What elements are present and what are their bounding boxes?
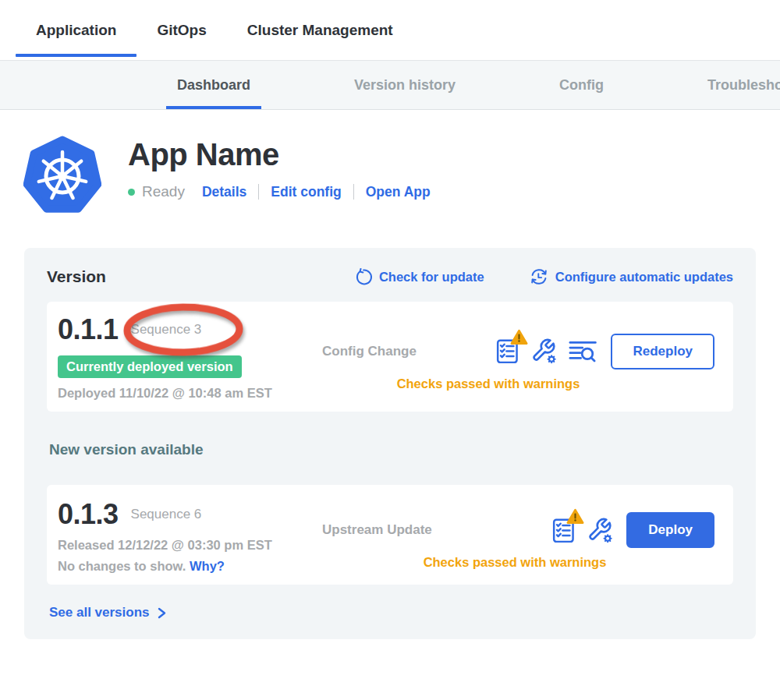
refresh-icon: [354, 268, 372, 286]
available-version-sequence: Sequence 6: [131, 496, 202, 533]
check-for-update-label: Check for update: [379, 270, 484, 285]
configure-automatic-updates-label: Configure automatic updates: [555, 270, 733, 285]
preflight-status-text: Checks passed with warnings: [320, 555, 714, 570]
status-text: Ready: [142, 183, 185, 200]
tab-dashboard[interactable]: Dashboard: [166, 61, 261, 109]
see-all-versions-label: See all versions: [49, 605, 150, 620]
edit-config-link[interactable]: Edit config: [271, 184, 341, 200]
current-version-number: 0.1.1: [58, 311, 119, 348]
deploy-button[interactable]: Deploy: [626, 512, 714, 548]
diff-summary: No changes to show. Why?: [58, 559, 320, 574]
redeploy-button[interactable]: Redeploy: [611, 334, 714, 369]
edit-config-wrench-icon[interactable]: [587, 517, 614, 544]
version-source-label: Upstream Update: [322, 522, 432, 538]
tab-version-history[interactable]: Version history: [343, 61, 466, 109]
available-version-number: 0.1.3: [58, 496, 119, 533]
tab-troubleshoot[interactable]: Troubleshoot: [697, 61, 780, 109]
preflight-checks-icon[interactable]: [551, 516, 576, 545]
released-timestamp: Released 12/12/22 @ 03:30 pm EST: [58, 538, 320, 553]
divider: [353, 184, 354, 200]
see-all-versions-link[interactable]: See all versions: [49, 605, 733, 620]
version-source-label: Config Change: [322, 344, 417, 359]
preflight-status-text: Checks passed with warnings: [320, 377, 714, 391]
deployed-timestamp: Deployed 11/10/22 @ 10:48 am EST: [58, 386, 320, 401]
status-dot-icon: [128, 189, 135, 196]
why-link[interactable]: Why?: [190, 559, 225, 573]
tab-cluster-management[interactable]: Cluster Management: [227, 0, 413, 60]
divider: [258, 184, 259, 200]
warning-triangle-icon: [566, 508, 584, 525]
sub-nav: Dashboard Version history Config Trouble…: [0, 60, 780, 110]
tab-application[interactable]: Application: [16, 0, 136, 60]
app-header: App Name Ready Details Edit config Open …: [23, 134, 780, 215]
tab-gitops[interactable]: GitOps: [136, 0, 226, 60]
warning-triangle-icon: [510, 329, 528, 345]
open-app-link[interactable]: Open App: [366, 184, 431, 200]
check-for-update-button[interactable]: Check for update: [354, 267, 484, 286]
current-version-sequence: Sequence 3: [131, 311, 202, 348]
new-version-heading: New version available: [49, 441, 733, 458]
top-nav: Application GitOps Cluster Management: [0, 0, 780, 60]
page-title: App Name: [128, 137, 431, 172]
current-version-card: 0.1.1 Sequence 3 Currently deployed vers…: [47, 302, 733, 412]
version-panel: Version Check for update Configure autom…: [24, 248, 756, 639]
view-files-log-icon[interactable]: [568, 339, 598, 364]
auto-update-clock-icon: [530, 267, 548, 286]
chevron-right-icon: [155, 606, 168, 620]
currently-deployed-badge: Currently deployed version: [58, 355, 242, 378]
details-link[interactable]: Details: [202, 184, 246, 200]
preflight-checks-icon[interactable]: [495, 337, 520, 366]
kubernetes-logo-icon: [23, 134, 101, 215]
tab-config[interactable]: Config: [548, 61, 615, 109]
available-version-card: 0.1.3 Sequence 6 Released 12/12/22 @ 03:…: [47, 485, 733, 585]
edit-config-wrench-icon[interactable]: [530, 338, 558, 365]
version-panel-title: Version: [47, 267, 106, 286]
no-changes-text: No changes to show.: [58, 559, 186, 573]
configure-automatic-updates-button[interactable]: Configure automatic updates: [530, 267, 733, 286]
